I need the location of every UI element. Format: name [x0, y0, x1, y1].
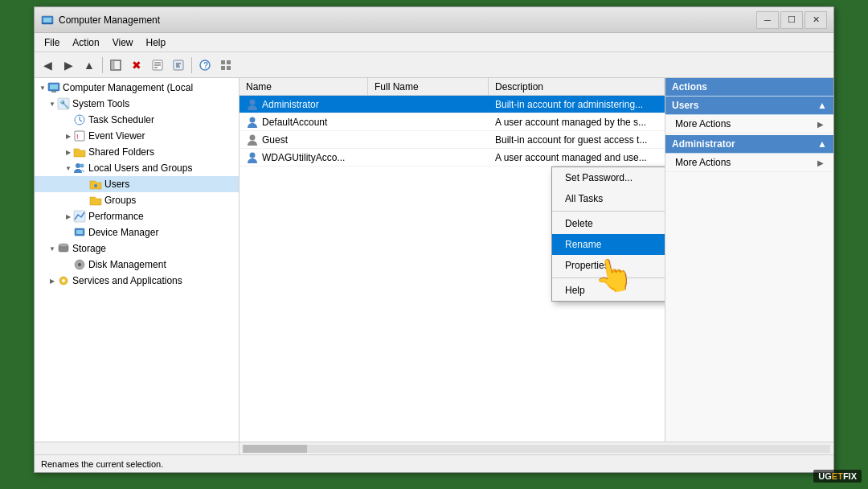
tree-task-scheduler[interactable]: ▶ Task Scheduler — [35, 112, 239, 128]
ctx-all-tasks[interactable]: All Tasks ▶ — [552, 188, 665, 209]
actions-users-header[interactable]: Users ▲ — [665, 97, 833, 115]
tree-performance[interactable]: ▶ Performance — [35, 208, 239, 224]
tree-arrow-storage: ▼ — [47, 244, 57, 253]
toolbar: ◀ ▶ ▲ ✖ ? — [35, 52, 833, 78]
close-button[interactable]: ✕ — [805, 11, 827, 29]
menu-view[interactable]: View — [106, 33, 140, 51]
menu-bar: File Action View Help — [35, 33, 833, 52]
status-text: Renames the current selection. — [41, 459, 163, 469]
user-icon-wdag — [246, 151, 259, 164]
table-row[interactable]: DefaultAccount A user account managed by… — [240, 113, 665, 131]
forward-button[interactable]: ▶ — [59, 55, 78, 75]
col-name[interactable]: Name — [240, 78, 368, 95]
computer-icon — [47, 81, 60, 94]
col-fullname[interactable]: Full Name — [368, 78, 489, 95]
shared-folder-icon — [73, 146, 86, 158]
ctx-set-password-label: Set Password... — [565, 172, 633, 183]
tree-device-manager[interactable]: ▶ Device Manager — [35, 224, 239, 240]
minimize-button[interactable]: ─ — [756, 11, 779, 29]
disk-icon — [73, 258, 86, 271]
main-content: ▼ Computer Management (Local ▼ 🔧 System … — [35, 78, 833, 442]
administrator-name: Administrator — [262, 99, 319, 110]
svg-rect-4 — [111, 60, 114, 70]
export-button[interactable] — [169, 55, 188, 75]
scroll-thumb[interactable] — [243, 445, 307, 453]
tree-root-label: Computer Management (Local — [63, 82, 193, 93]
tree-system-tools[interactable]: ▼ 🔧 System Tools — [35, 96, 239, 112]
tree-storage[interactable]: ▼ Storage — [35, 240, 239, 257]
help-button[interactable]: ? — [195, 55, 215, 75]
svg-text:!: ! — [76, 133, 79, 141]
actions-title: Actions — [672, 81, 707, 92]
tree-event-label: Event Viewer — [88, 130, 145, 142]
menu-action[interactable]: Action — [66, 33, 105, 51]
user-icon-administrator — [246, 98, 259, 111]
show-hide-button[interactable] — [106, 55, 125, 75]
table-row[interactable]: Guest Built-in account for guest access … — [240, 131, 665, 149]
storage-icon — [57, 242, 70, 255]
svg-point-36 — [250, 99, 256, 105]
row-name-administrator: Administrator — [240, 98, 368, 111]
toolbar-separator-1 — [102, 57, 103, 73]
svg-point-35 — [62, 279, 65, 282]
properties-button[interactable] — [148, 55, 167, 75]
menu-help[interactable]: Help — [140, 33, 173, 51]
tree-event-viewer[interactable]: ▶ ! Event Viewer — [35, 128, 239, 144]
maximize-button[interactable]: ☐ — [780, 11, 803, 29]
tree-shared-folders[interactable]: ▶ Shared Folders — [35, 144, 239, 160]
window-title: Computer Management — [59, 14, 756, 26]
col-description[interactable]: Description — [489, 78, 665, 95]
scroll-area — [35, 442, 833, 454]
actions-admin-header[interactable]: Administrator ▲ — [665, 135, 833, 154]
tree-users[interactable]: ▶ Users — [35, 176, 239, 192]
tree-task-label: Task Scheduler — [88, 114, 154, 125]
actions-admin-label: Administrator — [672, 138, 735, 150]
tree-arrow-perf: ▶ — [63, 212, 73, 221]
tree-disk-management[interactable]: ▶ Disk Management — [35, 257, 239, 273]
center-panel: Name Full Name Description Administrator… — [240, 78, 665, 442]
ctx-properties-label: Properties — [565, 260, 609, 271]
tree-groups-label: Groups — [104, 195, 136, 206]
ctx-rename[interactable]: Rename — [552, 234, 665, 255]
toolbar-separator-2 — [191, 57, 192, 73]
row-desc-default: A user account managed by the s... — [489, 117, 665, 128]
scroll-track[interactable] — [243, 445, 830, 453]
ctx-properties[interactable]: Properties — [552, 255, 665, 276]
table-row[interactable]: WDAGUtilityAcco... A user account manage… — [240, 149, 665, 166]
window-controls: ─ ☐ ✕ — [756, 11, 827, 29]
delete-button[interactable]: ✖ — [127, 55, 146, 75]
svg-point-25 — [80, 164, 84, 168]
defaultaccount-name: DefaultAccount — [262, 117, 327, 128]
window-icon — [41, 14, 54, 27]
tree-arrow-users: ▼ — [63, 163, 73, 173]
ctx-help[interactable]: Help — [552, 280, 665, 301]
more-actions-admin-label: More Actions — [675, 157, 731, 168]
ctx-all-tasks-label: All Tasks — [565, 193, 603, 204]
tree-local-users[interactable]: ▼ Local Users and Groups — [35, 160, 239, 176]
ctx-delete[interactable]: Delete — [552, 213, 665, 234]
svg-point-31 — [59, 244, 68, 247]
back-button[interactable]: ◀ — [38, 55, 57, 75]
svg-text:?: ? — [203, 61, 208, 70]
ctx-help-label: Help — [565, 285, 585, 296]
users-group-icon — [73, 162, 86, 175]
ctx-set-password[interactable]: Set Password... — [552, 167, 665, 188]
table-row[interactable]: Administrator Built-in account for admin… — [240, 96, 665, 113]
svg-point-24 — [76, 163, 80, 168]
title-bar: Computer Management ─ ☐ ✕ — [35, 7, 833, 33]
tree-root[interactable]: ▼ Computer Management (Local — [35, 80, 239, 96]
row-desc-wdag: A user account managed and use... — [489, 152, 665, 163]
tree-shared-label: Shared Folders — [88, 146, 154, 158]
guest-name: Guest — [262, 134, 288, 146]
action-more-actions-users[interactable]: More Actions ▶ — [665, 115, 833, 134]
up-button[interactable]: ▲ — [80, 55, 99, 75]
tree-device-label: Device Manager — [88, 227, 158, 238]
tree-groups[interactable]: ▶ Groups — [35, 192, 239, 208]
menu-file[interactable]: File — [38, 33, 66, 51]
performance-icon — [73, 210, 86, 223]
grid-button[interactable] — [216, 55, 235, 75]
event-icon: ! — [73, 129, 86, 142]
action-more-actions-admin[interactable]: More Actions ▶ — [665, 154, 833, 172]
tree-services[interactable]: ▶ Services and Applications — [35, 273, 239, 289]
device-icon — [73, 226, 86, 239]
